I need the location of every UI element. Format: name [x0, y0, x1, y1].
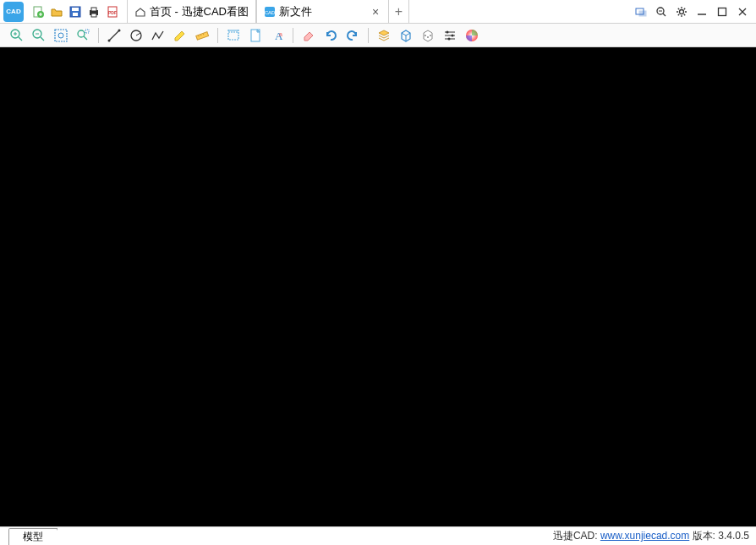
svg-line-15 [663, 14, 666, 16]
footer-version: 3.4.0.5 [718, 530, 749, 542]
box-3d-icon[interactable] [397, 27, 414, 44]
svg-point-58 [425, 35, 426, 36]
highlight-tool-icon[interactable] [172, 27, 189, 44]
svg-point-60 [430, 35, 431, 36]
svg-rect-37 [55, 30, 67, 41]
settings-sliders-icon[interactable] [441, 27, 458, 44]
window-controls [627, 5, 756, 19]
svg-point-39 [78, 30, 85, 37]
zoom-out-tool-icon[interactable] [30, 27, 47, 44]
zoom-in-tool-icon[interactable] [8, 27, 25, 44]
svg-line-24 [678, 14, 679, 14]
tab-newfile-label: 新文件 [279, 4, 312, 19]
eraser-tool-icon[interactable] [300, 27, 317, 44]
zoom-out-icon[interactable] [655, 5, 668, 19]
cube-dots-icon[interactable] [419, 27, 436, 44]
close-button[interactable] [736, 5, 749, 19]
svg-rect-27 [719, 8, 726, 15]
tab-close-button[interactable]: × [370, 5, 381, 19]
titlebar: CAD PDF 首页 - 迅捷CAD看图 CAD 新文件 [0, 0, 756, 24]
home-icon [134, 6, 146, 18]
svg-point-64 [446, 30, 449, 33]
svg-line-48 [199, 35, 200, 36]
settings-icon[interactable] [675, 5, 688, 19]
open-file-icon[interactable] [49, 4, 64, 19]
svg-line-50 [203, 33, 204, 35]
svg-rect-47 [196, 31, 209, 39]
screenshot-icon[interactable] [634, 5, 648, 19]
svg-line-46 [136, 33, 140, 35]
svg-text:a: a [279, 31, 282, 37]
svg-line-35 [41, 37, 44, 41]
svg-line-49 [200, 34, 201, 35]
svg-rect-13 [639, 11, 646, 16]
minimize-button[interactable] [695, 5, 709, 19]
svg-text:PDF: PDF [108, 10, 117, 15]
measure-tool-icon[interactable] [194, 27, 211, 44]
zoom-extents-icon[interactable] [74, 27, 91, 44]
model-tab[interactable]: 模型 [8, 528, 58, 545]
svg-line-40 [84, 36, 87, 40]
svg-line-25 [684, 8, 685, 8]
dimension-tool-icon[interactable] [225, 27, 242, 44]
svg-point-38 [58, 33, 63, 38]
app-logo: CAD [0, 0, 27, 24]
svg-rect-4 [73, 13, 78, 16]
tab-home[interactable]: 首页 - 迅捷CAD看图 [127, 0, 256, 23]
new-file-icon[interactable] [30, 4, 46, 19]
line-tool-icon[interactable] [106, 27, 123, 44]
svg-text:CAD: CAD [265, 10, 276, 15]
svg-point-43 [108, 39, 111, 41]
quick-actions: PDF [27, 4, 123, 19]
maximize-button[interactable] [715, 5, 729, 19]
drawing-canvas[interactable] [0, 47, 756, 526]
model-tab-label: 模型 [23, 530, 43, 544]
svg-rect-51 [228, 32, 238, 40]
tabs: 首页 - 迅捷CAD看图 CAD 新文件 × + [127, 0, 409, 23]
undo-icon[interactable] [322, 27, 339, 44]
save-icon[interactable] [68, 4, 83, 19]
print-icon[interactable] [86, 4, 101, 19]
layers-icon[interactable] [375, 27, 392, 44]
svg-rect-41 [85, 30, 89, 33]
svg-point-17 [680, 9, 684, 14]
svg-line-23 [684, 14, 685, 14]
file-tab-icon: CAD [264, 6, 276, 18]
text-tool-icon[interactable]: Aa [269, 27, 286, 44]
redo-icon[interactable] [344, 27, 361, 44]
svg-point-59 [427, 36, 429, 38]
footer-text: 迅捷CAD: www.xunjiecad.com 版本: 3.4.0.5 [546, 529, 756, 543]
svg-line-31 [19, 37, 22, 41]
app-logo-box: CAD [3, 2, 24, 22]
footer-version-label: 版本: [693, 530, 715, 542]
svg-point-66 [448, 37, 451, 40]
footer-brand: 迅捷CAD: [553, 530, 598, 542]
svg-line-42 [109, 30, 119, 41]
svg-point-44 [118, 29, 121, 31]
polyline-tool-icon[interactable] [150, 27, 167, 44]
tab-add-button[interactable]: + [389, 0, 409, 23]
circle-tool-icon[interactable] [128, 27, 145, 44]
pdf-icon[interactable]: PDF [105, 4, 120, 19]
svg-line-22 [678, 8, 679, 8]
page-tool-icon[interactable] [247, 27, 264, 44]
footer-link[interactable]: www.xunjiecad.com [600, 530, 689, 542]
color-wheel-icon[interactable] [463, 27, 480, 44]
svg-rect-3 [72, 8, 79, 11]
svg-rect-6 [91, 8, 96, 11]
svg-rect-7 [91, 14, 96, 17]
svg-point-65 [452, 34, 454, 36]
tab-newfile[interactable]: CAD 新文件 × [256, 0, 389, 23]
tab-home-label: 首页 - 迅捷CAD看图 [150, 4, 249, 19]
toolbar: Aa [0, 24, 756, 47]
bottombar: 模型 迅捷CAD: www.xunjiecad.com 版本: 3.4.0.5 [0, 526, 756, 545]
zoom-window-icon[interactable] [52, 27, 69, 44]
